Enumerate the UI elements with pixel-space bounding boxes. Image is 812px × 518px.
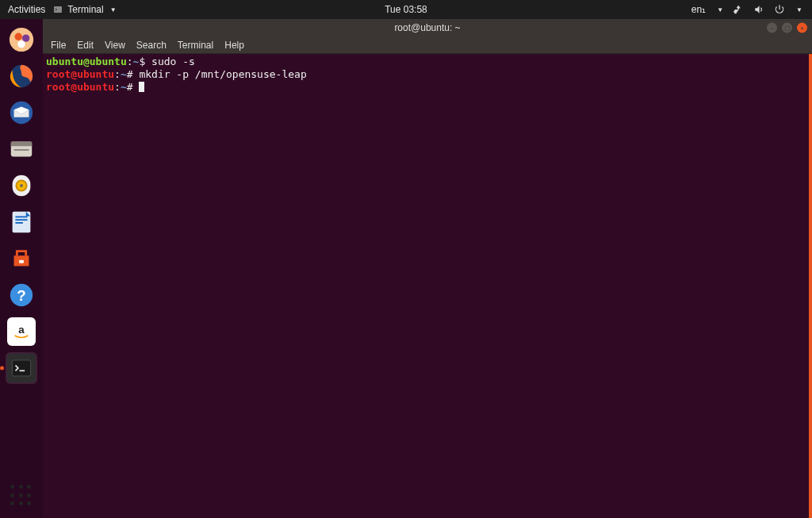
minimize-button[interactable]: – bbox=[767, 23, 777, 33]
menu-help[interactable]: Help bbox=[224, 40, 244, 51]
desktop-area: root@ubuntu: ~ – ▢ × File Edit View Sear… bbox=[43, 19, 812, 518]
input-source-indicator[interactable]: en₁ bbox=[691, 4, 706, 15]
svg-rect-0 bbox=[54, 6, 62, 13]
ubuntu-dock: ? a bbox=[0, 19, 43, 518]
svg-point-4 bbox=[17, 40, 25, 48]
svg-point-1 bbox=[10, 28, 33, 52]
window-title: root@ubuntu: ~ bbox=[394, 22, 460, 33]
menu-terminal[interactable]: Terminal bbox=[178, 40, 213, 51]
svg-point-2 bbox=[15, 33, 22, 40]
dock-item-amazon[interactable]: a bbox=[6, 316, 37, 347]
terminal-line: ubuntu@ubuntu:~$ sudo -s bbox=[46, 56, 806, 68]
network-icon[interactable] bbox=[733, 4, 744, 15]
dock-item-firefox[interactable] bbox=[6, 60, 37, 92]
ubuntu-software-icon bbox=[7, 244, 36, 273]
menu-edit[interactable]: Edit bbox=[77, 40, 94, 51]
svg-text:?: ? bbox=[17, 287, 26, 304]
svg-point-3 bbox=[22, 34, 29, 41]
menu-view[interactable]: View bbox=[105, 40, 125, 51]
firefox-icon bbox=[7, 62, 36, 90]
svg-rect-17 bbox=[15, 222, 22, 224]
libreoffice-writer-icon bbox=[7, 208, 36, 236]
app-menu[interactable]: Terminal ▼ bbox=[53, 4, 116, 15]
gnome-top-bar: Activities Terminal ▼ Tue 03:58 en₁ ▼ ▼ bbox=[0, 0, 812, 19]
terminal-window: root@ubuntu: ~ – ▢ × File Edit View Sear… bbox=[43, 19, 812, 518]
volume-icon[interactable] bbox=[753, 4, 764, 15]
terminal-line: root@ubuntu:~# mkdir -p /mnt/opensuse-le… bbox=[46, 68, 806, 81]
terminal-icon bbox=[7, 354, 36, 382]
svg-rect-18 bbox=[19, 260, 24, 263]
chevron-down-icon: ▼ bbox=[717, 6, 723, 13]
terminal-line: root@ubuntu:~# bbox=[46, 81, 806, 94]
maximize-button[interactable]: ▢ bbox=[782, 23, 792, 33]
dock-item-software[interactable] bbox=[6, 243, 37, 274]
terminal-menubar: File Edit View Search Terminal Help bbox=[43, 36, 812, 54]
dock-item-terminal[interactable] bbox=[6, 352, 37, 384]
svg-text:a: a bbox=[18, 324, 25, 336]
svg-rect-15 bbox=[15, 216, 27, 217]
window-titlebar[interactable]: root@ubuntu: ~ – ▢ × bbox=[43, 19, 812, 36]
power-icon[interactable] bbox=[774, 4, 785, 15]
terminal-body[interactable]: ubuntu@ubuntu:~$ sudo -sroot@ubuntu:~# m… bbox=[43, 54, 812, 518]
dock-item-writer[interactable] bbox=[6, 206, 37, 238]
svg-rect-16 bbox=[15, 219, 27, 221]
dock-item-nautilus[interactable] bbox=[6, 133, 37, 165]
svg-rect-22 bbox=[12, 360, 30, 376]
terminal-mini-icon bbox=[53, 5, 63, 14]
thunderbird-icon bbox=[7, 98, 36, 127]
activities-button[interactable]: Activities bbox=[8, 4, 45, 15]
dock-item-files[interactable] bbox=[6, 24, 37, 56]
close-button[interactable]: × bbox=[797, 23, 807, 33]
menu-file[interactable]: File bbox=[51, 40, 66, 51]
clock[interactable]: Tue 03:58 bbox=[385, 0, 427, 19]
dock-item-rhythmbox[interactable] bbox=[6, 170, 37, 201]
dock-item-thunderbird[interactable] bbox=[6, 97, 37, 129]
chevron-down-icon: ▼ bbox=[796, 6, 802, 13]
svg-point-12 bbox=[20, 184, 23, 187]
window-controls: – ▢ × bbox=[767, 23, 807, 33]
app-menu-label: Terminal bbox=[67, 4, 103, 15]
dock-item-help[interactable]: ? bbox=[6, 279, 37, 311]
nautilus-icon bbox=[7, 135, 36, 163]
show-applications-button[interactable] bbox=[10, 485, 33, 507]
svg-rect-23 bbox=[20, 370, 25, 372]
svg-rect-8 bbox=[11, 142, 32, 147]
amazon-icon: a bbox=[7, 317, 36, 346]
svg-rect-9 bbox=[14, 149, 29, 151]
help-icon: ? bbox=[7, 281, 36, 309]
rhythmbox-icon bbox=[7, 171, 36, 200]
chevron-down-icon: ▼ bbox=[110, 6, 117, 13]
menu-search[interactable]: Search bbox=[136, 40, 167, 51]
files-icon bbox=[7, 25, 36, 54]
